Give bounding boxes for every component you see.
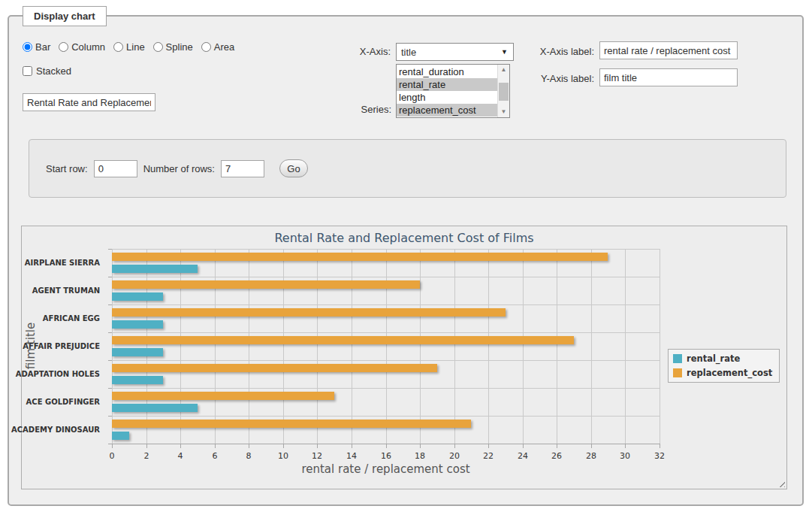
series-listbox-label: Series: xyxy=(331,104,391,115)
chart-type-option-column: Column xyxy=(59,41,105,53)
bar-replacement_cost[interactable] xyxy=(112,420,471,428)
x-tick-label-2: 2 xyxy=(131,451,161,461)
y-tick-mark xyxy=(108,304,112,305)
num-rows-input[interactable] xyxy=(221,160,264,177)
stacked-checkbox[interactable] xyxy=(23,66,32,76)
x-tick-mark xyxy=(420,444,421,448)
chart-type-radio-line[interactable] xyxy=(113,42,123,52)
y-axis-label-input[interactable] xyxy=(599,68,738,86)
x-tick-label-24: 24 xyxy=(508,451,538,461)
gridline-x-24 xyxy=(523,249,524,444)
series-scrollbar[interactable]: ▲ ▼ xyxy=(497,65,509,117)
bar-rental_rate[interactable] xyxy=(112,348,163,356)
chart-type-radio-area[interactable] xyxy=(201,42,211,52)
y-axis-label-label: Y-Axis label: xyxy=(530,73,594,84)
series-option-length[interactable]: length xyxy=(397,91,497,104)
chart-title-input[interactable] xyxy=(23,93,155,111)
bar-rental_rate[interactable] xyxy=(112,376,163,384)
gridline-x-4 xyxy=(180,249,181,444)
chart-legend: rental_ratereplacement_cost xyxy=(668,349,780,383)
x-axis-label-input[interactable] xyxy=(599,41,738,59)
legend-item-replacement_cost[interactable]: replacement_cost xyxy=(673,368,772,378)
bar-replacement_cost[interactable] xyxy=(112,280,420,289)
x-tick-label-18: 18 xyxy=(405,451,435,461)
bar-replacement_cost[interactable] xyxy=(112,392,334,400)
start-row-label: Start row: xyxy=(46,163,88,174)
series-option-replacement_cost[interactable]: replacement_cost xyxy=(397,104,497,117)
gridline-y xyxy=(112,388,660,389)
gridline-x-26 xyxy=(557,249,557,444)
chart-type-radio-column[interactable] xyxy=(59,42,68,52)
x-tick-label-26: 26 xyxy=(542,451,572,461)
gridline-x-16 xyxy=(386,249,387,444)
category-label: AGENT TRUMAN xyxy=(22,277,106,304)
x-tick-mark xyxy=(523,444,524,448)
x-tick-label-4: 4 xyxy=(165,451,195,461)
gridline-y xyxy=(112,416,660,417)
gridline-x-2 xyxy=(146,249,147,444)
bar-replacement_cost[interactable] xyxy=(112,336,574,344)
series-option-rental_duration[interactable]: rental_duration xyxy=(397,65,497,78)
stacked-label: Stacked xyxy=(36,65,71,77)
x-axis-select[interactable]: title ▼ xyxy=(396,43,514,61)
chart-type-label-column: Column xyxy=(71,41,105,53)
y-tick-mark xyxy=(108,444,112,444)
x-tick-mark xyxy=(180,444,181,448)
gridline-x-6 xyxy=(215,249,216,444)
x-tick-label-12: 12 xyxy=(302,451,332,461)
gridline-x-20 xyxy=(454,249,455,444)
bar-rental_rate[interactable] xyxy=(112,404,198,412)
gridline-y xyxy=(112,249,660,250)
chart-type-radiogroup: BarColumnLineSplineArea xyxy=(23,41,234,53)
x-tick-mark xyxy=(386,444,387,448)
x-tick-mark xyxy=(454,444,455,448)
chart-type-label-bar: Bar xyxy=(35,41,50,53)
x-tick-mark xyxy=(146,444,147,448)
x-tick-label-30: 30 xyxy=(610,451,640,461)
y-tick-mark xyxy=(108,249,112,250)
legend-item-rental_rate[interactable]: rental_rate xyxy=(673,353,772,364)
bar-rental_rate[interactable] xyxy=(112,320,163,329)
gridline-x-0 xyxy=(112,249,113,444)
bar-rental_rate[interactable] xyxy=(112,292,163,301)
category-label: ACADEMY DINOSAUR xyxy=(22,416,106,444)
scroll-up-icon[interactable]: ▲ xyxy=(498,65,509,75)
bar-replacement_cost[interactable] xyxy=(112,308,506,317)
x-tick-label-14: 14 xyxy=(337,451,367,461)
rows-controls: Start row: Number of rows: Go xyxy=(46,159,308,177)
series-options: rental_durationrental_ratelengthreplacem… xyxy=(397,65,497,117)
category-label: AFRICAN EGG xyxy=(22,304,106,332)
go-button[interactable]: Go xyxy=(279,159,308,177)
series-listbox[interactable]: rental_durationrental_ratelengthreplacem… xyxy=(396,64,510,118)
start-row-input[interactable] xyxy=(94,160,137,177)
y-tick-mark xyxy=(108,277,112,277)
gridline-x-10 xyxy=(283,249,284,444)
category-label: AFFAIR PREJUDICE xyxy=(22,332,106,360)
x-tick-label-8: 8 xyxy=(234,451,264,461)
series-option-rental_rate[interactable]: rental_rate xyxy=(397,78,497,91)
resize-grip-icon[interactable] xyxy=(777,479,785,487)
chart-type-label-area: Area xyxy=(214,41,234,53)
x-tick-mark xyxy=(112,444,113,448)
chart-type-radio-spline[interactable] xyxy=(153,42,163,52)
bar-rental_rate[interactable] xyxy=(112,432,129,440)
bar-replacement_cost[interactable] xyxy=(112,364,437,372)
bar-replacement_cost[interactable] xyxy=(112,253,608,261)
x-tick-label-6: 6 xyxy=(200,451,230,461)
gridline-x-32 xyxy=(660,249,660,444)
scroll-down-icon[interactable]: ▼ xyxy=(498,107,509,117)
bar-rental_rate[interactable] xyxy=(112,265,198,273)
gridline-y xyxy=(112,304,660,305)
category-label: ADAPTATION HOLES xyxy=(22,360,106,388)
x-tick-mark xyxy=(557,444,557,448)
x-tick-mark xyxy=(625,444,626,448)
chart-container: Rental Rate and Replacement Cost of Film… xyxy=(21,226,787,489)
x-tick-label-22: 22 xyxy=(473,451,503,461)
x-tick-label-0: 0 xyxy=(97,451,127,461)
scrollbar-thumb[interactable] xyxy=(499,83,509,101)
chart-type-label-spline: Spline xyxy=(166,41,193,53)
plot-area xyxy=(112,249,660,444)
gridline-x-14 xyxy=(352,249,352,444)
chart-type-radio-bar[interactable] xyxy=(23,42,32,52)
x-axis-label-label: X-Axis label: xyxy=(530,46,594,57)
